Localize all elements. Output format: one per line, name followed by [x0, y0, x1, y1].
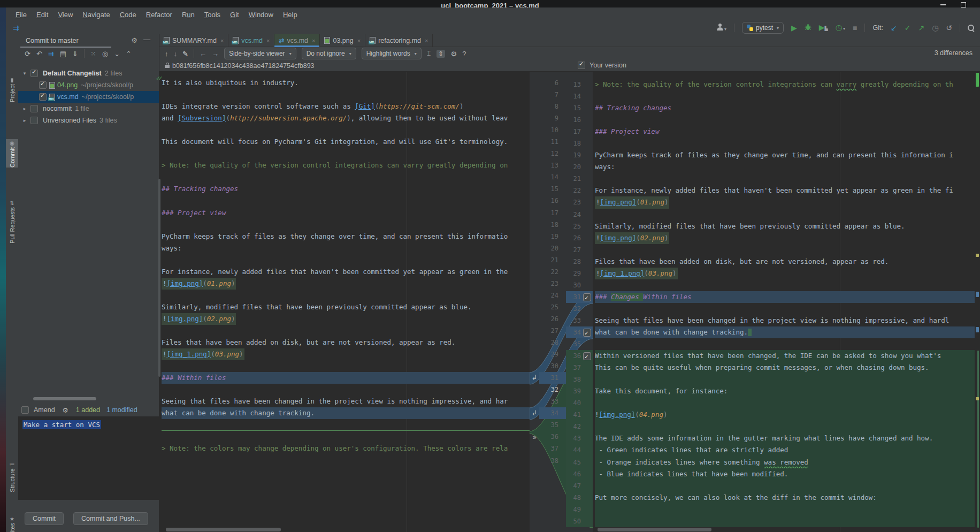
diff-line[interactable]: - Blue indicates lines that have been mo…	[595, 468, 980, 480]
collapse-unchanged-icon[interactable]: ⌶	[427, 49, 431, 58]
next-file-icon[interactable]: →	[212, 50, 219, 58]
include-change-checkbox[interactable]	[583, 329, 591, 337]
tool-window-button-favorites[interactable]: ★Favorites	[6, 515, 18, 532]
help-icon[interactable]: ?	[462, 50, 466, 58]
tree-row-unversioned-files[interactable]: ▸Unversioned Files3 files	[18, 115, 159, 126]
diff-line[interactable]: It is also ubiquitous in industry.	[162, 77, 530, 89]
diff-line[interactable]	[162, 325, 530, 337]
menu-window[interactable]: Window	[244, 9, 278, 20]
left-pane-scrollbar[interactable]	[158, 179, 160, 377]
menu-navigate[interactable]: Navigate	[78, 9, 114, 20]
maximize-button[interactable]	[961, 2, 966, 7]
ignore-policy-select[interactable]: Do not ignore▾	[302, 48, 356, 59]
diff-line[interactable]: ## Tracking changes	[595, 102, 980, 114]
gear-icon[interactable]: ⚙	[63, 406, 68, 414]
hide-panel-icon[interactable]: —	[143, 35, 150, 43]
edit-source-icon[interactable]: ✎	[182, 50, 188, 58]
changelist-icon[interactable]: ▤	[60, 50, 66, 58]
next-change-icon[interactable]: ↓	[174, 50, 178, 58]
diff-line[interactable]: PyCharm keeps track of files as they cha…	[595, 149, 980, 161]
diff-line[interactable]: what can be done with change tracking.	[162, 407, 530, 419]
menu-code[interactable]: Code	[115, 9, 141, 20]
expand-change-icon[interactable]: »	[530, 431, 539, 443]
diff-line[interactable]	[595, 374, 980, 385]
tree-row-default-changelist[interactable]: ▾Default Changelist2 files	[18, 67, 159, 79]
apply-change-icon[interactable]: ↲	[530, 372, 539, 384]
close-icon[interactable]: ×	[357, 37, 361, 44]
gear-icon[interactable]: ⚙	[131, 36, 137, 44]
diff-line[interactable]: ![img.png](04.png)	[595, 409, 980, 421]
tool-window-button-project[interactable]: ▮Project	[6, 76, 18, 102]
diff-line[interactable]: This document will focus on Pycharm's Gi…	[162, 136, 530, 148]
diff-line[interactable]: Files that have been added on disk, but …	[595, 256, 980, 268]
user-icon[interactable]: ▾	[717, 23, 726, 33]
viewer-mode-select[interactable]: Side-by-side viewer▾	[224, 48, 296, 59]
diff-line[interactable]: ### Changes Within files	[595, 291, 980, 303]
menu-refactor[interactable]: Refactor	[141, 9, 177, 20]
include-checkbox[interactable]	[30, 117, 38, 124]
diff-line[interactable]: For instance, newly added files that hav…	[595, 185, 980, 196]
diff-line[interactable]: ### Within files	[162, 372, 530, 384]
diff-line[interactable]	[595, 279, 980, 291]
profiler-button[interactable]: ◷▾	[836, 22, 845, 34]
commit-button[interactable]: Commit	[25, 512, 64, 525]
diff-line[interactable]	[162, 384, 530, 396]
diff-line[interactable]: ![img_1.png](03.png)	[595, 268, 980, 279]
tool-window-button-commit[interactable]: ◉Commit	[6, 139, 18, 168]
diff-line[interactable]	[162, 254, 530, 266]
diff-line[interactable]: Take this document, for instance:	[595, 385, 980, 397]
include-change-checkbox[interactable]	[583, 293, 591, 301]
commit-and-push-button[interactable]: Commit and Push...	[73, 512, 148, 525]
stripe-mark-typo[interactable]	[976, 254, 979, 257]
diff-line[interactable]	[595, 338, 980, 350]
diff-line[interactable]: and [Subversion](http://subversion.apach…	[162, 112, 530, 124]
tab-vcs.md[interactable]: MDvcs.md×	[228, 34, 274, 47]
diff-line[interactable]: Similarly, modified files that have been…	[595, 221, 980, 232]
stripe-mark-changed[interactable]	[976, 327, 979, 332]
include-checkbox[interactable]	[39, 93, 47, 101]
expand-all-icon[interactable]: ⌄	[114, 50, 120, 58]
include-all-checkbox[interactable]	[578, 62, 585, 69]
left-horizontal-scrollbar[interactable]	[166, 528, 281, 531]
diff-line[interactable]	[162, 430, 530, 443]
stripe-mark-added-block[interactable]	[977, 351, 979, 528]
diff-line[interactable]	[162, 148, 530, 159]
tab-03.png[interactable]: 03.png×	[320, 34, 365, 47]
rollback-icon[interactable]: ↶	[36, 50, 42, 58]
run-button[interactable]: ▶	[791, 22, 797, 33]
diff-line[interactable]	[595, 480, 980, 492]
diff-line[interactable]	[595, 90, 980, 102]
menu-help[interactable]: Help	[278, 9, 302, 20]
diff-line[interactable]: ![img.png](01.png)	[595, 196, 980, 208]
tab-summary.md[interactable]: MDSUMMARY.md×	[159, 34, 228, 47]
push-icon[interactable]: ↗	[918, 22, 924, 33]
diff-line[interactable]: what can be done with change tracking.	[595, 326, 980, 338]
diff-line[interactable]: Files that have been added on disk, but …	[162, 337, 530, 348]
diff-line[interactable]: Seeing that files have been changed in t…	[595, 315, 980, 326]
shelve-icon[interactable]: ⇉	[48, 50, 54, 58]
diff-line[interactable]	[162, 219, 530, 231]
amend-checkbox[interactable]	[21, 406, 29, 414]
diff-line[interactable]	[162, 360, 530, 372]
preview-diff-icon[interactable]: ◎	[102, 50, 108, 58]
diff-line[interactable]: ### Project view	[595, 126, 980, 138]
menu-view[interactable]: View	[53, 9, 78, 20]
include-checkbox[interactable]	[30, 70, 38, 77]
previous-change-icon[interactable]: ↑	[165, 50, 169, 58]
stripe-mark-typo[interactable]	[976, 397, 979, 400]
tree-row-nocommit[interactable]: ▸nocommit1 file	[18, 103, 159, 115]
diff-line[interactable]: For instance, newly added files that hav…	[162, 266, 530, 278]
right-horizontal-scrollbar[interactable]	[598, 528, 711, 531]
diff-settings-icon[interactable]: ⚙	[450, 50, 457, 58]
previous-file-icon[interactable]: ←	[200, 50, 206, 58]
expand-arrow-icon[interactable]: ▸	[21, 118, 28, 123]
menu-file[interactable]: File	[11, 9, 32, 20]
highlight-policy-select[interactable]: Highlight words▾	[362, 48, 422, 59]
diff-line[interactable]: > Note: the colors may change depending …	[162, 443, 530, 454]
sync-scroll-icon[interactable]: ⇕	[437, 50, 446, 58]
diff-line[interactable]	[595, 138, 980, 149]
diff-line[interactable]	[162, 171, 530, 183]
stripe-mark-changed[interactable]	[976, 292, 979, 297]
include-change-checkbox[interactable]	[583, 352, 591, 360]
menu-git[interactable]: Git	[225, 9, 244, 20]
